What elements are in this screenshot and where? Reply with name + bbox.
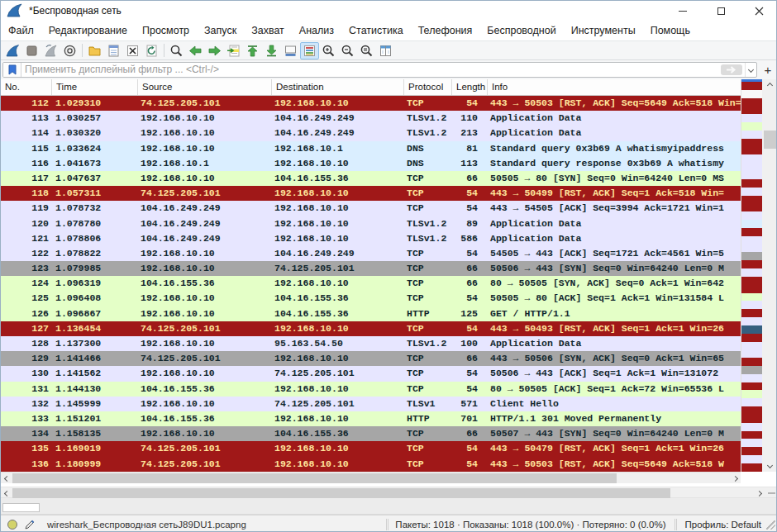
profile-label[interactable]: Профиль: Default bbox=[680, 520, 766, 530]
scroll-left-button[interactable] bbox=[1, 473, 12, 484]
restart-capture-icon[interactable] bbox=[41, 42, 60, 59]
display-filter-field[interactable] bbox=[2, 62, 757, 78]
packet-row[interactable]: 1171.047637192.168.10.10104.16.155.36TCP… bbox=[1, 171, 741, 186]
first-packet-icon[interactable] bbox=[243, 42, 262, 59]
packet-row[interactable]: 1261.096867192.168.10.10104.16.155.36HTT… bbox=[1, 306, 741, 321]
apply-filter-button[interactable] bbox=[721, 64, 742, 75]
column-header[interactable]: Source bbox=[138, 79, 272, 95]
packet-row[interactable]: 1141.030320192.168.10.10104.16.249.249TL… bbox=[1, 126, 741, 140]
packet-row[interactable]: 1151.033624192.168.10.10192.168.10.1DNS8… bbox=[1, 141, 741, 156]
column-header[interactable]: Time bbox=[52, 79, 138, 95]
scroll-left-button[interactable] bbox=[1, 487, 12, 499]
packet-row[interactable]: 1231.079985192.168.10.1074.125.205.101TC… bbox=[1, 261, 741, 276]
minimap-stripe bbox=[741, 301, 762, 309]
packet-row[interactable]: 1361.18099974.125.205.101192.168.10.10TC… bbox=[1, 457, 741, 472]
packet-list-hscrollbar[interactable] bbox=[1, 472, 741, 483]
colorize-packets-icon[interactable] bbox=[300, 42, 319, 59]
resize-columns-icon[interactable] bbox=[376, 42, 395, 59]
menu-item[interactable]: Захват bbox=[244, 22, 292, 39]
open-file-icon[interactable] bbox=[85, 42, 104, 59]
packet-row[interactable]: 1321.145999192.168.10.1074.125.205.101TL… bbox=[1, 397, 741, 411]
zoom-out-icon[interactable] bbox=[338, 42, 357, 59]
find-packet-icon[interactable] bbox=[167, 42, 186, 59]
menu-item[interactable]: Статистика bbox=[341, 22, 411, 39]
column-header[interactable]: Protocol bbox=[404, 79, 452, 95]
vertical-scrollbar-thumb[interactable] bbox=[764, 131, 776, 149]
packet-row[interactable]: 1331.151201104.16.155.36192.168.10.10HTT… bbox=[1, 411, 741, 426]
packet-row[interactable]: 1271.13645474.125.205.101192.168.10.10TC… bbox=[1, 321, 741, 336]
minimize-button[interactable] bbox=[664, 1, 702, 21]
menu-item[interactable]: Редактирование bbox=[41, 22, 135, 39]
column-header[interactable]: Destination bbox=[272, 79, 404, 95]
cell-info: 50506 → 443 [ACK] Seq=1 Ack=1 Win=131072 bbox=[488, 366, 741, 381]
menu-item[interactable]: Телефония bbox=[411, 22, 480, 39]
auto-scroll-icon[interactable] bbox=[281, 42, 300, 59]
minimap-stripe bbox=[741, 82, 762, 90]
column-header[interactable]: Info bbox=[488, 79, 741, 95]
last-packet-icon[interactable] bbox=[262, 42, 281, 59]
close-button[interactable] bbox=[740, 1, 777, 21]
menu-item[interactable]: Помощь bbox=[643, 22, 698, 39]
cell-dst: 192.168.10.10 bbox=[272, 231, 404, 246]
title-bar[interactable]: *Беспроводная сеть bbox=[1, 1, 777, 21]
packet-row[interactable]: 1241.096319104.16.155.36192.168.10.10TCP… bbox=[1, 276, 741, 291]
menu-item[interactable]: Просмотр bbox=[135, 22, 197, 39]
packet-row[interactable]: 1121.02931074.125.205.101192.168.10.10TC… bbox=[1, 96, 741, 111]
reload-file-icon[interactable] bbox=[142, 42, 161, 59]
menu-item[interactable]: Запуск bbox=[197, 22, 244, 39]
column-header[interactable]: Length bbox=[452, 79, 488, 95]
packet-row[interactable]: 1291.14146674.125.205.101192.168.10.10TC… bbox=[1, 351, 741, 366]
vertical-scrollbar[interactable] bbox=[762, 79, 777, 472]
packet-row[interactable]: 1301.141562192.168.10.1074.125.205.101TC… bbox=[1, 366, 741, 381]
stop-capture-icon[interactable] bbox=[22, 42, 41, 59]
scroll-right-button[interactable] bbox=[729, 473, 741, 484]
filter-bookmark-button[interactable] bbox=[3, 63, 21, 77]
scroll-right-button[interactable] bbox=[753, 487, 765, 499]
hscrollbar-thumb[interactable] bbox=[12, 473, 617, 483]
save-file-icon[interactable] bbox=[104, 42, 123, 59]
maximize-button[interactable] bbox=[702, 1, 740, 21]
window-resize-grip[interactable] bbox=[766, 520, 775, 530]
packet-row[interactable]: 1281.137300192.168.10.1095.163.54.50TLSv… bbox=[1, 336, 741, 351]
packet-minimap[interactable] bbox=[741, 79, 762, 472]
packet-row[interactable]: 1161.041673192.168.10.1192.168.10.10DNS1… bbox=[1, 156, 741, 171]
lower-pane-hscrollbar[interactable] bbox=[1, 487, 777, 498]
filter-input[interactable] bbox=[21, 64, 721, 75]
cell-no: 113 bbox=[1, 111, 52, 126]
packet-row[interactable]: 1251.096408192.168.10.10104.16.155.36TCP… bbox=[1, 291, 741, 306]
packet-row[interactable]: 1341.158135192.168.10.10104.16.155.36TCP… bbox=[1, 426, 741, 441]
packet-row[interactable]: 1191.078732104.16.249.249192.168.10.10TC… bbox=[1, 201, 741, 216]
go-to-packet-icon[interactable] bbox=[224, 42, 243, 59]
menu-item[interactable]: Инструменты bbox=[564, 22, 643, 39]
packet-row[interactable]: 1211.078806104.16.249.249192.168.10.10TL… bbox=[1, 231, 741, 246]
packet-row[interactable]: 1311.144130104.16.155.36192.168.10.10TCP… bbox=[1, 382, 741, 397]
pane-splitter-handle[interactable] bbox=[768, 492, 775, 494]
scroll-up-button[interactable] bbox=[762, 79, 777, 92]
close-file-icon[interactable] bbox=[123, 42, 142, 59]
menu-item[interactable]: Файл bbox=[1, 22, 41, 39]
cell-no: 116 bbox=[1, 156, 52, 171]
cell-time: 1.158135 bbox=[52, 426, 138, 441]
packet-row[interactable]: 1181.05731174.125.205.101192.168.10.10TC… bbox=[1, 186, 741, 201]
capture-comment-button[interactable] bbox=[24, 519, 36, 530]
packet-row[interactable]: 1221.078822192.168.10.10104.16.249.249TC… bbox=[1, 246, 741, 261]
cell-info: 443 → 50506 [SYN, ACK] Seq=0 Ack=1 Win=6… bbox=[488, 351, 741, 366]
filter-history-dropdown[interactable] bbox=[745, 63, 756, 77]
cell-dst: 104.16.249.249 bbox=[272, 126, 404, 140]
packet-row[interactable]: 1201.078780104.16.249.249192.168.10.10TL… bbox=[1, 216, 741, 231]
expert-info-button[interactable] bbox=[7, 520, 17, 530]
packet-row[interactable]: 1351.16901974.125.205.101192.168.10.10TC… bbox=[1, 441, 741, 456]
packet-row[interactable]: 1131.030257192.168.10.10104.16.249.249TL… bbox=[1, 111, 741, 126]
hscrollbar-thumb[interactable] bbox=[12, 488, 670, 498]
menu-item[interactable]: Анализ bbox=[292, 22, 341, 39]
previous-packet-icon[interactable] bbox=[186, 42, 205, 59]
zoom-in-icon[interactable] bbox=[319, 42, 338, 59]
column-header[interactable]: No. bbox=[1, 79, 52, 95]
add-filter-button[interactable]: + bbox=[760, 63, 775, 77]
zoom-original-icon[interactable] bbox=[357, 42, 376, 59]
capture-options-icon[interactable] bbox=[60, 42, 79, 59]
scroll-down-button[interactable] bbox=[762, 459, 777, 472]
next-packet-icon[interactable] bbox=[205, 42, 224, 59]
menu-item[interactable]: Беспроводной bbox=[479, 22, 563, 39]
start-capture-icon[interactable] bbox=[3, 42, 22, 59]
